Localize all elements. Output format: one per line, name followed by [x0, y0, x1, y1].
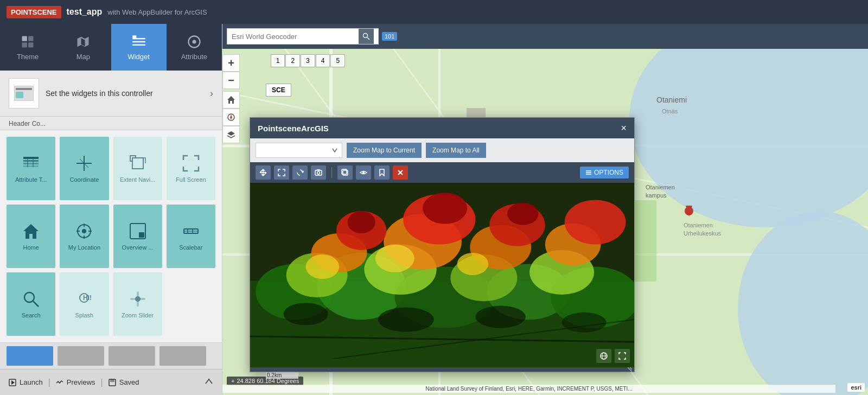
bottom-tile-gray-1[interactable]	[58, 346, 104, 366]
chevron-up-icon	[205, 377, 213, 386]
pc-rotate-button[interactable]	[292, 165, 308, 180]
previews-label: Previews	[67, 378, 95, 386]
widget-tile-label-coordinate: Coordinate	[69, 176, 99, 183]
eye-icon	[360, 169, 367, 176]
scene-tab-2[interactable]: 2	[285, 54, 300, 67]
bottom-tile-gray-2[interactable]	[108, 346, 155, 366]
svg-rect-30	[139, 232, 144, 238]
launch-label: Launch	[20, 378, 43, 386]
nav-item-attribute[interactable]: Attribute	[167, 24, 222, 71]
pc-render	[250, 183, 634, 367]
map-search-input[interactable]	[232, 33, 355, 41]
zoom-out-button[interactable]: −	[222, 72, 240, 89]
scene-button[interactable]: SCE	[266, 84, 291, 97]
scene-toolbar: SCE 1 2 3 4 5	[244, 54, 345, 67]
svg-text:kampus: kampus	[646, 192, 667, 199]
nav-item-theme[interactable]: Theme	[0, 24, 55, 71]
modal-resize-handle[interactable]	[250, 367, 634, 372]
nav-item-widget[interactable]: Widget	[111, 24, 167, 71]
svg-text:Urheilukeskus: Urheilukeskus	[684, 230, 722, 237]
svg-text:Otaniemen: Otaniemen	[684, 222, 713, 228]
widget-tile-extent[interactable]: Extent Navi...	[113, 137, 162, 200]
widget-tile-label-my-location: My Location	[68, 244, 100, 251]
widget-tile-zoom-slider[interactable]: Zoom Slider	[113, 272, 162, 336]
layer-button[interactable]	[222, 126, 240, 143]
widget-tile-my-location[interactable]: My Location	[60, 205, 108, 268]
header-controller-text: Set the widgets in this controller	[46, 89, 153, 98]
pc-copy-button[interactable]	[337, 165, 353, 180]
pc-options-button[interactable]: OPTIONS	[580, 167, 629, 179]
widget-tile-label-home: Home	[23, 244, 39, 251]
scene-tab-3[interactable]: 3	[301, 54, 315, 67]
svg-rect-15	[23, 165, 39, 167]
widget-tile-search[interactable]: Search	[7, 272, 55, 336]
header-controller-arrow[interactable]: ›	[210, 88, 213, 99]
map-toolbar: 101	[222, 24, 868, 49]
previews-icon	[56, 379, 63, 386]
svg-point-111	[375, 245, 414, 272]
pc-bookmark-button[interactable]	[374, 165, 390, 180]
modal-title: PointsceneArcGIS	[258, 124, 329, 133]
fullscreen-icon	[182, 155, 200, 172]
svg-rect-44	[110, 379, 114, 382]
map-icon	[75, 34, 91, 49]
modal-select[interactable]	[256, 143, 342, 158]
previews-button[interactable]: Previews	[56, 378, 95, 386]
bottom-tile-blue-1[interactable]	[7, 346, 53, 366]
pc-eye-button[interactable]	[356, 165, 371, 180]
compass-button[interactable]	[222, 109, 240, 126]
zoom-in-button[interactable]: +	[222, 54, 240, 72]
widget-tile-label-attribute: Attribute T...	[15, 176, 47, 183]
resize-icon	[626, 367, 632, 372]
widget-tile-home[interactable]: Home	[7, 205, 55, 268]
bottom-tile-gray-3[interactable]	[159, 346, 206, 366]
widget-tile-label-splash: Splash	[75, 312, 94, 318]
map-search-button[interactable]	[359, 29, 374, 44]
widget-grid: Attribute T... Coordinate Extent Navi...…	[0, 130, 222, 342]
svg-rect-78	[317, 169, 320, 170]
svg-point-114	[378, 308, 434, 332]
widget-tile-scalebar[interactable]: Scalebar	[167, 205, 215, 268]
left-panel: Theme Map Widget Attribute	[0, 24, 222, 395]
map-area: 101	[222, 24, 868, 395]
nav-label-map: Map	[76, 53, 90, 61]
modal-close-button[interactable]: ×	[621, 123, 627, 133]
scene-tab-1[interactable]: 1	[271, 54, 285, 67]
svg-rect-13	[23, 160, 39, 162]
svg-point-35	[24, 292, 34, 302]
widget-tile-fullscreen[interactable]: Full Screen	[167, 137, 215, 200]
scene-tab-4[interactable]: 4	[316, 54, 330, 67]
nav-label-widget: Widget	[127, 53, 149, 61]
map-attribution: National Land Survey of Finland, Esri, H…	[222, 385, 835, 393]
pc-separator	[331, 167, 332, 178]
bookmark-icon	[378, 169, 386, 176]
saved-button[interactable]: Saved	[108, 378, 139, 386]
svg-text:Otaniemi: Otaniemi	[656, 95, 687, 104]
home-map-button[interactable]	[222, 91, 240, 109]
pc-delete-button[interactable]	[393, 165, 408, 180]
widget-tile-attribute-table[interactable]: Attribute T...	[7, 137, 55, 200]
nav-item-map[interactable]: Map	[55, 24, 111, 71]
pc-globe-button[interactable]	[596, 349, 611, 363]
svg-rect-4	[132, 38, 145, 39]
pc-view	[250, 183, 634, 367]
launch-button[interactable]: Launch	[9, 378, 43, 386]
widget-tile-label-fullscreen: Full Screen	[176, 176, 206, 183]
svg-text:Otnäs: Otnäs	[662, 108, 678, 114]
svg-point-112	[457, 253, 488, 275]
widget-tile-overview[interactable]: Overview ...	[113, 205, 162, 268]
pc-expand-button[interactable]	[274, 165, 289, 180]
svg-point-107	[348, 211, 375, 233]
pc-screenshot-button[interactable]	[311, 165, 326, 180]
header-controller-left: Set the widgets in this controller	[9, 78, 153, 109]
zoom-current-button[interactable]: Zoom Map to Current	[347, 143, 422, 158]
pc-move-button[interactable]	[256, 165, 271, 180]
svg-rect-5	[132, 41, 145, 42]
scene-tabs: 1 2 3 4 5	[271, 54, 345, 67]
widget-tile-coordinate[interactable]: Coordinate	[60, 137, 108, 200]
scene-tab-5[interactable]: 5	[330, 54, 345, 67]
widget-tile-splash[interactable]: Hi! Splash	[60, 272, 108, 336]
pc-fullscreen-button[interactable]	[615, 349, 630, 363]
zoom-all-button[interactable]: Zoom Map to All	[426, 143, 486, 158]
map-background[interactable]: Otaniemi Otnäs Otaniemen kampus Otanieme…	[222, 49, 868, 395]
